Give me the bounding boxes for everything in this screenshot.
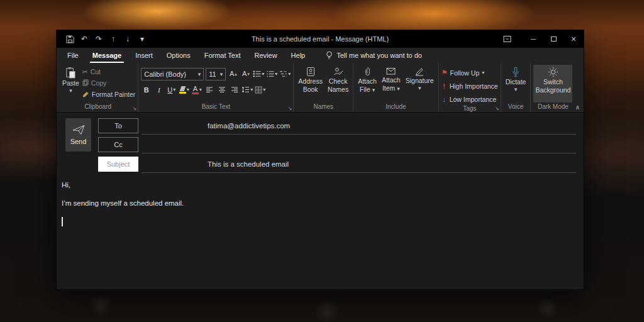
low-importance-button[interactable]: ↓Low Importance	[441, 94, 498, 104]
follow-up-button[interactable]: ⚑Follow Up▾	[441, 67, 498, 78]
attach-item-label-2: Item ▾	[382, 85, 400, 92]
ribbon-display-options-button[interactable]	[497, 30, 517, 48]
font-color-button[interactable]: A▾	[191, 84, 202, 96]
maximize-icon	[551, 36, 557, 42]
check-names-button[interactable]: Check Names	[326, 65, 350, 103]
shrink-font-letter: A	[242, 70, 247, 77]
chevron-down-icon: ▾	[262, 71, 264, 77]
dictate-label: Dictate	[506, 79, 526, 86]
numbering-icon	[266, 70, 274, 77]
tab-help[interactable]: Help	[284, 48, 313, 63]
tab-options[interactable]: Options	[160, 48, 197, 63]
bold-button[interactable]: B	[141, 84, 152, 96]
cc-field-separator	[142, 153, 576, 153]
chevron-down-icon: ▾	[397, 86, 400, 92]
address-book-label-1: Address	[298, 78, 323, 85]
numbering-button[interactable]: ▾	[266, 69, 277, 80]
chevron-down-icon: ▾	[263, 87, 265, 92]
compose-area: Send To fatima@addictivetips.com Cc Subj…	[57, 113, 584, 289]
collapse-ribbon-button[interactable]: ∧	[575, 104, 580, 111]
to-button[interactable]: To	[98, 118, 138, 133]
chevron-down-icon: ▾	[288, 71, 291, 77]
tab-review[interactable]: Review	[248, 48, 284, 63]
send-button[interactable]: Send	[65, 118, 91, 152]
switch-background-button[interactable]: Switch Background	[533, 65, 572, 103]
next-item-button[interactable]: ↓	[123, 34, 132, 44]
clipboard-dialog-launcher[interactable]: ↘	[133, 106, 137, 111]
address-book-label-2: Book	[303, 86, 318, 93]
outlook-message-window: ↶ ↷ ↑ ↓ ▾ This is a scheduled email - Me…	[57, 30, 584, 289]
high-importance-button[interactable]: !High Importance	[441, 80, 498, 91]
format-painter-button[interactable]: Format Painter	[82, 89, 135, 99]
text-highlight-button[interactable]: ▾	[179, 84, 189, 96]
paste-button[interactable]: Paste ▾	[60, 65, 81, 103]
group-dark-mode: Switch Background Dark Mode	[531, 63, 575, 112]
format-painter-icon	[82, 91, 89, 97]
message-body[interactable]: Hi, I’m sending myself a scheduled email…	[62, 180, 576, 226]
grow-font-button[interactable]: A▴	[228, 69, 238, 80]
dictate-button[interactable]: Dictate ▾	[504, 65, 528, 103]
copy-icon	[82, 79, 89, 86]
borders-button[interactable]: ▾	[255, 84, 265, 96]
check-names-label-1: Check	[329, 78, 348, 85]
save-button[interactable]	[65, 34, 74, 44]
align-left-button[interactable]	[204, 84, 214, 96]
tab-message[interactable]: Message	[86, 48, 128, 63]
bullets-button[interactable]: ▾	[253, 69, 264, 80]
chevron-down-icon: ▾	[514, 87, 518, 92]
group-names: Address Book Check Names Names	[294, 63, 353, 112]
sun-icon	[548, 67, 558, 77]
font-color-letter: A	[193, 86, 197, 92]
font-size-select[interactable]: 11 ▾	[206, 68, 226, 80]
customize-qat-button[interactable]: ▾	[138, 34, 147, 44]
chevron-down-icon: ▾	[250, 87, 253, 92]
minimize-button[interactable]: ─	[523, 30, 543, 48]
tab-file[interactable]: File	[60, 48, 86, 63]
line-spacing-button[interactable]: ▾	[242, 84, 253, 96]
body-line: I’m sending myself a scheduled email.	[62, 199, 576, 208]
tell-me-box[interactable]: Tell me what you want to do	[326, 51, 422, 60]
to-field-value[interactable]: fatima@addictivetips.com	[208, 118, 290, 133]
maximize-button[interactable]	[543, 30, 564, 48]
signature-button[interactable]: Signature ▾	[404, 65, 436, 103]
undo-button[interactable]: ↶	[80, 34, 89, 44]
font-size-value: 11	[209, 70, 216, 78]
cut-button[interactable]: ✂Cut	[82, 67, 135, 76]
underline-button[interactable]: U▾	[166, 84, 177, 96]
subject-button[interactable]: Subject	[98, 157, 138, 172]
follow-up-flag-icon: ⚑	[441, 69, 448, 77]
cc-button[interactable]: Cc	[98, 137, 138, 152]
borders-icon	[255, 86, 262, 94]
close-button[interactable]: ×	[564, 30, 584, 48]
tab-format-text[interactable]: Format Text	[197, 48, 248, 63]
group-voice: Dictate ▾ Voice	[501, 63, 531, 112]
copy-button[interactable]: Copy	[82, 78, 135, 87]
attach-file-button[interactable]: Attach File ▾	[356, 65, 379, 103]
multilevel-list-button[interactable]: ▾	[279, 69, 291, 80]
tags-dialog-launcher[interactable]: ↘	[495, 106, 499, 111]
italic-button[interactable]: I	[153, 84, 164, 96]
redo-icon: ↷	[96, 35, 102, 43]
align-center-button[interactable]	[216, 84, 227, 96]
basic-text-dialog-launcher[interactable]: ↘	[288, 106, 292, 111]
group-label-voice: Voice	[504, 103, 528, 112]
next-item-icon: ↓	[126, 35, 130, 43]
group-label-names: Names	[296, 103, 350, 112]
tell-me-label: Tell me what you want to do	[336, 52, 422, 59]
paste-icon	[65, 67, 76, 79]
low-importance-icon: ↓	[441, 96, 447, 103]
font-color-icon: A	[192, 86, 199, 94]
attach-file-label-1: Attach	[358, 78, 377, 85]
shrink-font-button[interactable]: A▾	[240, 69, 251, 80]
align-right-button[interactable]	[229, 84, 240, 96]
window-controls: ─ ×	[497, 30, 584, 48]
chevron-down-icon: ▾	[173, 87, 175, 92]
subject-field-value[interactable]: This is a scheduled email	[208, 157, 289, 172]
font-name-select[interactable]: Calibri (Body) ▾	[141, 68, 204, 80]
address-book-button[interactable]: Address Book	[296, 65, 325, 103]
previous-item-button[interactable]: ↑	[109, 34, 118, 44]
attach-item-button[interactable]: Attach Item ▾	[380, 65, 402, 103]
redo-button[interactable]: ↷	[94, 34, 103, 44]
group-label-tags: Tags	[441, 104, 498, 113]
tab-insert[interactable]: Insert	[128, 48, 160, 63]
